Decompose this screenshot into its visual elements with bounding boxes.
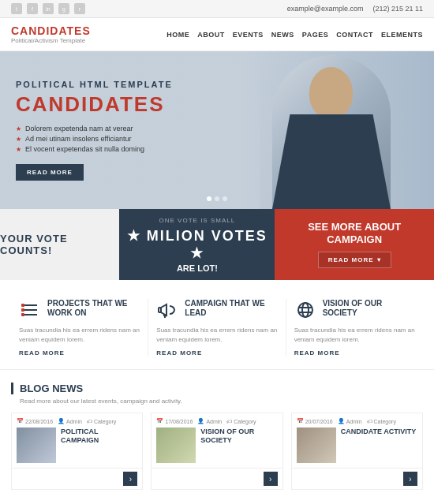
votes-count-label: YOUR VOTE COUNTS!: [0, 233, 119, 256]
svg-point-8: [298, 303, 312, 317]
blog-card-3-info: CANDIDATE ACTIVITY: [341, 427, 417, 439]
blog-card-3: 📅 20/07/2016 👤 Admin 🏷 Category CANDIDAT…: [291, 413, 423, 490]
feature-vision: VISION OF OUR SOCIETY Suas tracundia his…: [286, 299, 423, 357]
feature-projects-title: PROJECTS THAT WE WORK ON: [47, 299, 140, 318]
author-icon-3: 👤 Admin: [338, 418, 362, 424]
feature-vision-link[interactable]: READ MORE: [294, 349, 415, 357]
blog-card-1-title: POLITICAL CAMPAIGN: [61, 427, 137, 445]
blog-card-2-info: VISION OF OUR SOCIETY: [200, 427, 277, 448]
hero-list: Dolorem expetenda nam at verear Ad mei u…: [16, 125, 173, 153]
svg-rect-4: [21, 308, 24, 312]
logo-sub: Political/Activism Template: [11, 37, 91, 44]
blog-card-1-body: POLITICAL CAMPAIGN: [12, 427, 142, 468]
hero-dot-1[interactable]: [207, 196, 211, 201]
top-bar-email: example@example.com: [287, 5, 364, 13]
blog-card-2-footer: ›: [152, 468, 282, 489]
list-icon: [19, 299, 41, 321]
one-vote-label: ONE VOTE IS SMALL: [159, 217, 236, 224]
nav-elements[interactable]: ELEMENTS: [381, 31, 423, 39]
nav-news[interactable]: NEWS: [271, 31, 294, 39]
globe-icon: [294, 299, 316, 321]
megaphone-icon: [156, 299, 178, 321]
svg-rect-5: [21, 313, 24, 316]
hero-dots: [207, 196, 227, 201]
author-icon-2: 👤 Admin: [197, 418, 222, 424]
blog-card-3-footer: ›: [292, 468, 422, 489]
svg-rect-3: [21, 304, 24, 307]
feature-campaign-title: CAMPAIGN THAT WE LEAD: [185, 299, 277, 318]
logo-text[interactable]: CANDIDATES: [11, 24, 91, 37]
feature-projects-link[interactable]: READ MORE: [19, 349, 140, 357]
feature-campaign-text: Suas tracundia his ea errem ridens nam a…: [156, 326, 277, 345]
feature-projects: PROJECTS THAT WE WORK ON Suas tracundia …: [11, 299, 148, 357]
blog-card-3-meta: 📅 20/07/2016 👤 Admin 🏷 Category: [292, 413, 422, 427]
hero-section: POLITICAL HTML TEMPLATE CANDIDATES Dolor…: [0, 51, 434, 209]
milion-votes-section: ONE VOTE IS SMALL ★ MILION VOTES ★ ARE L…: [119, 209, 275, 280]
nav-pages[interactable]: PAGES: [302, 31, 328, 39]
blog-card-1-arrow[interactable]: ›: [123, 472, 137, 486]
nav: HOME ABOUT EVENTS NEWS PAGES CONTACT ELE…: [166, 31, 423, 39]
blog-card-1-meta: 📅 22/08/2016 👤 Admin 🏷 Category: [12, 413, 142, 427]
top-bar-phone: (212) 215 21 11: [372, 5, 423, 13]
nav-home[interactable]: HOME: [166, 31, 189, 39]
feature-vision-title: VISION OF OUR SOCIETY: [323, 299, 415, 318]
nav-events[interactable]: EVENTS: [233, 31, 264, 39]
tag-icon-1: 🏷 Category: [87, 419, 116, 424]
blog-card-1-footer: ›: [12, 468, 142, 489]
blog-title: BLOG NEWS: [20, 383, 423, 394]
votes-count-section: YOUR VOTE COUNTS!: [0, 209, 119, 280]
blog-card-2-meta: 📅 17/08/2016 👤 Admin 🏷 Category: [152, 413, 282, 427]
hero-dot-3[interactable]: [223, 196, 227, 201]
blog-section: BLOG NEWS Read more about our latest eve…: [0, 370, 434, 498]
chevron-down-icon: ▾: [377, 256, 381, 263]
stats-bar: YOUR VOTE COUNTS! ONE VOTE IS SMALL ★ MI…: [0, 209, 434, 280]
top-bar: t f in g r example@example.com (212) 215…: [0, 0, 434, 18]
feature-projects-text: Suas tracundia his ea errem ridens nam a…: [19, 326, 140, 345]
top-bar-contact: example@example.com (212) 215 21 11: [287, 5, 423, 13]
features-section: PROJECTS THAT WE WORK ON Suas tracundia …: [0, 280, 434, 370]
hero-bullet-3: El vocent expetendas sit nulla doming: [16, 145, 173, 153]
tag-icon-3: 🏷 Category: [367, 419, 396, 424]
blog-card-3-title: CANDIDATE ACTIVITY: [341, 427, 417, 436]
blog-subtitle: Read more about our latest events, campa…: [11, 398, 423, 405]
campaign-btn-label: READ MORE: [328, 256, 374, 263]
calendar-icon-2: 📅 17/08/2016: [156, 418, 193, 424]
hero-subtitle: POLITICAL HTML TEMPLATE: [16, 80, 173, 89]
campaign-section: SEE MORE ABOUT CAMPAIGN READ MORE ▾: [275, 209, 434, 280]
svg-point-9: [302, 303, 309, 317]
blog-card-3-thumb: [297, 427, 336, 463]
social-facebook[interactable]: f: [27, 3, 38, 14]
campaign-title: SEE MORE ABOUT CAMPAIGN: [282, 221, 426, 245]
social-linkedin[interactable]: in: [43, 3, 54, 14]
calendar-icon-3: 📅 20/07/2016: [297, 418, 333, 424]
hero-bullet-2: Ad mei utinam insolens efficiantur: [16, 135, 173, 143]
social-google[interactable]: g: [58, 3, 69, 14]
hero-dot-2[interactable]: [215, 196, 219, 201]
milion-votes-label: ★ MILION VOTES ★: [119, 227, 275, 262]
hero-content: POLITICAL HTML TEMPLATE CANDIDATES Dolor…: [0, 64, 189, 196]
blog-cards: 📅 22/08/2016 👤 Admin 🏷 Category POLITICA…: [11, 413, 423, 490]
social-rss[interactable]: r: [74, 3, 85, 14]
blog-card-2: 📅 17/08/2016 👤 Admin 🏷 Category VISION O…: [151, 413, 282, 490]
social-twitter[interactable]: t: [11, 3, 22, 14]
nav-contact[interactable]: CONTACT: [336, 31, 373, 39]
feature-vision-text: Suas tracundia his ea errem ridens nam a…: [294, 326, 415, 345]
hero-cta-button[interactable]: READ MORE: [16, 164, 84, 181]
campaign-read-more-button[interactable]: READ MORE ▾: [318, 252, 391, 268]
author-icon-1: 👤 Admin: [58, 418, 82, 424]
nav-about[interactable]: ABOUT: [197, 31, 225, 39]
blog-card-2-arrow[interactable]: ›: [264, 472, 278, 486]
svg-rect-7: [159, 308, 161, 312]
feature-campaign-link[interactable]: READ MORE: [156, 349, 277, 357]
tag-icon-2: 🏷 Category: [226, 419, 256, 424]
blog-card-2-title: VISION OF OUR SOCIETY: [200, 427, 277, 445]
top-bar-socials: t f in g r: [11, 3, 85, 14]
blog-card-3-arrow[interactable]: ›: [403, 472, 417, 486]
hero-title: CANDIDATES: [16, 92, 173, 117]
blog-card-2-thumb: [156, 427, 196, 463]
svg-marker-6: [161, 304, 166, 315]
blog-card-1: 📅 22/08/2016 👤 Admin 🏷 Category POLITICA…: [11, 413, 143, 490]
are-lot-label: ARE LOT!: [177, 263, 218, 273]
blog-card-1-thumb: [17, 427, 56, 463]
blog-card-3-body: CANDIDATE ACTIVITY: [292, 427, 422, 468]
